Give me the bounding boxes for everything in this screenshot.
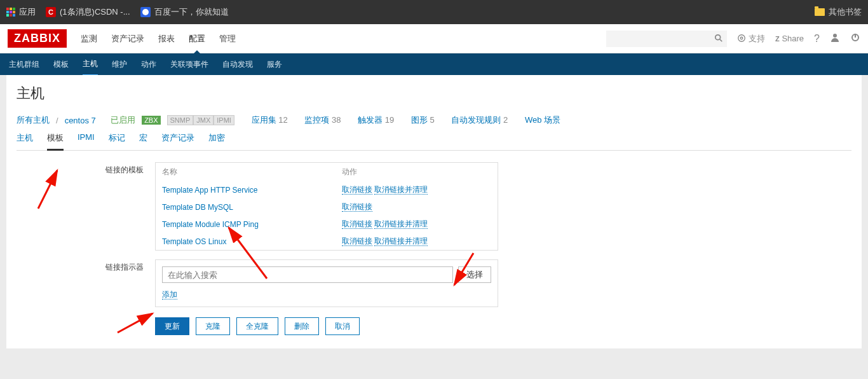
- subnav-templates[interactable]: 模板: [53, 59, 69, 70]
- delete-button[interactable]: 删除: [285, 317, 319, 335]
- cancel-button[interactable]: 取消: [325, 317, 360, 335]
- subnav-services[interactable]: 服务: [267, 59, 282, 70]
- tab-inventory[interactable]: 资产记录: [161, 132, 194, 150]
- link-indicator-label: 链接指示器: [17, 259, 155, 307]
- zabbix-logo[interactable]: ZABBIX: [8, 29, 67, 48]
- subnav-maintenance[interactable]: 维护: [112, 59, 127, 70]
- select-button[interactable]: 选择: [458, 266, 491, 283]
- nav-admin[interactable]: 管理: [219, 33, 236, 45]
- tab-templates[interactable]: 模板: [47, 132, 64, 151]
- subnav-actions[interactable]: 动作: [141, 59, 156, 70]
- other-bookmarks-label: 其他书签: [829, 6, 862, 18]
- full-clone-button[interactable]: 全克隆: [236, 317, 278, 335]
- baidu-icon: [140, 7, 151, 17]
- bookmark-baidu[interactable]: 百度一下，你就知道: [140, 6, 229, 18]
- unlink-clear-link[interactable]: 取消链接并清理: [374, 219, 428, 229]
- tab-encryption[interactable]: 加密: [208, 132, 225, 150]
- unlink-clear-link[interactable]: 取消链接并清理: [374, 185, 428, 195]
- status-enabled: 已启用: [111, 114, 135, 126]
- link-indicator-box: 选择 添加: [155, 259, 498, 307]
- unlink-link[interactable]: 取消链接: [342, 202, 372, 212]
- template-link[interactable]: Template Module ICMP Ping: [162, 220, 259, 229]
- template-link[interactable]: Template DB MySQL: [162, 203, 233, 212]
- unlink-link[interactable]: 取消链接: [342, 219, 372, 229]
- unlink-link[interactable]: 取消链接: [342, 185, 372, 195]
- table-row: Template Module ICMP Ping 取消链接 取消链接并清理: [156, 216, 498, 233]
- badge-jmx: JMX: [193, 115, 214, 125]
- tab-macros[interactable]: 宏: [139, 132, 147, 150]
- share-link[interactable]: Z Share: [775, 34, 804, 43]
- page-content: 主机 所有主机 / centos 7 已启用 ZBXSNMPJMXIPMI 应用…: [6, 75, 862, 348]
- th-action: 动作: [336, 163, 498, 182]
- badge-snmp: SNMP: [167, 115, 194, 125]
- sub-nav: 主机群组 模板 主机 维护 动作 关联项事件 自动发现 服务: [0, 53, 868, 75]
- nav-monitor[interactable]: 监测: [81, 33, 97, 45]
- add-link[interactable]: 添加: [162, 290, 177, 300]
- svg-point-4: [833, 34, 837, 38]
- svg-point-2: [738, 34, 745, 41]
- table-row: Template OS Linux 取消链接 取消链接并清理: [156, 233, 498, 251]
- badge-zbx: ZBX: [142, 116, 160, 125]
- user-icon[interactable]: [830, 32, 840, 45]
- bookmark-csdn[interactable]: C (1条消息)CSDN -...: [46, 6, 130, 18]
- other-bookmarks[interactable]: 其他书签: [815, 6, 862, 18]
- nav-reports[interactable]: 报表: [158, 33, 175, 45]
- search-wrap: [606, 31, 727, 47]
- link-web[interactable]: Web 场景: [525, 114, 560, 126]
- breadcrumb-sep: /: [56, 116, 58, 125]
- nav-inventory[interactable]: 资产记录: [111, 33, 144, 45]
- breadcrumb-host[interactable]: centos 7: [65, 116, 96, 125]
- bookmark-baidu-label: 百度一下，你就知道: [154, 6, 229, 18]
- linked-templates-label: 链接的模板: [17, 162, 155, 251]
- tab-ipmi[interactable]: IPMI: [78, 132, 95, 150]
- clone-button[interactable]: 克隆: [196, 317, 230, 335]
- browser-bookmark-bar: 应用 C (1条消息)CSDN -... 百度一下，你就知道 其他书签: [0, 0, 868, 24]
- link-items[interactable]: 监控项 38: [304, 114, 341, 126]
- table-row: Template App HTTP Service 取消链接 取消链接并清理: [156, 181, 498, 198]
- svg-point-0: [715, 34, 721, 39]
- host-info-row: 所有主机 / centos 7 已启用 ZBXSNMPJMXIPMI 应用集 1…: [17, 114, 851, 126]
- folder-icon: [815, 8, 825, 16]
- global-search-input[interactable]: [606, 31, 727, 47]
- link-graphs[interactable]: 图形 5: [411, 114, 435, 126]
- template-link[interactable]: Template OS Linux: [162, 237, 226, 246]
- svg-point-3: [741, 37, 743, 39]
- subnav-correlation[interactable]: 关联项事件: [170, 59, 208, 70]
- update-button[interactable]: 更新: [155, 317, 189, 335]
- svg-line-1: [720, 39, 722, 41]
- top-nav: 监测 资产记录 报表 配置 管理: [81, 33, 236, 45]
- apps-label: 应用: [19, 6, 36, 18]
- badge-ipmi: IPMI: [214, 115, 234, 125]
- support-link[interactable]: 支持: [737, 33, 765, 45]
- host-tabs: 主机 模板 IPMI 标记 宏 资产记录 加密: [17, 132, 851, 151]
- template-search-input[interactable]: [162, 266, 453, 283]
- apps-button[interactable]: 应用: [6, 6, 36, 18]
- apps-grid-icon: [6, 8, 15, 17]
- subnav-hostgroups[interactable]: 主机群组: [9, 59, 39, 70]
- unlink-clear-link[interactable]: 取消链接并清理: [374, 237, 428, 246]
- subnav-hosts[interactable]: 主机: [83, 59, 98, 76]
- link-discovery-rules[interactable]: 自动发现规则 2: [451, 114, 508, 126]
- logout-icon[interactable]: [850, 32, 860, 45]
- csdn-icon: C: [46, 7, 56, 17]
- unlink-link[interactable]: 取消链接: [342, 237, 372, 246]
- table-row: Template DB MySQL 取消链接: [156, 198, 498, 216]
- page-title: 主机: [17, 84, 851, 103]
- help-icon[interactable]: ?: [814, 33, 820, 45]
- bookmark-csdn-label: (1条消息)CSDN -...: [60, 6, 130, 18]
- link-triggers[interactable]: 触发器 19: [358, 114, 394, 126]
- template-link[interactable]: Template App HTTP Service: [162, 186, 258, 195]
- linked-templates-table: 名称动作 Template App HTTP Service 取消链接 取消链接…: [155, 162, 498, 251]
- subnav-discovery[interactable]: 自动发现: [222, 59, 253, 70]
- tab-tags[interactable]: 标记: [109, 132, 125, 150]
- form-actions: 更新 克隆 全克隆 删除 取消: [155, 317, 851, 335]
- tab-host[interactable]: 主机: [17, 132, 33, 150]
- nav-config[interactable]: 配置: [189, 33, 205, 45]
- th-name: 名称: [156, 163, 336, 182]
- breadcrumb-all-hosts[interactable]: 所有主机: [17, 114, 50, 126]
- search-icon[interactable]: [714, 34, 723, 45]
- link-applications[interactable]: 应用集 12: [252, 114, 288, 126]
- app-header: ZABBIX 监测 资产记录 报表 配置 管理 支持 Z Share ?: [0, 24, 868, 53]
